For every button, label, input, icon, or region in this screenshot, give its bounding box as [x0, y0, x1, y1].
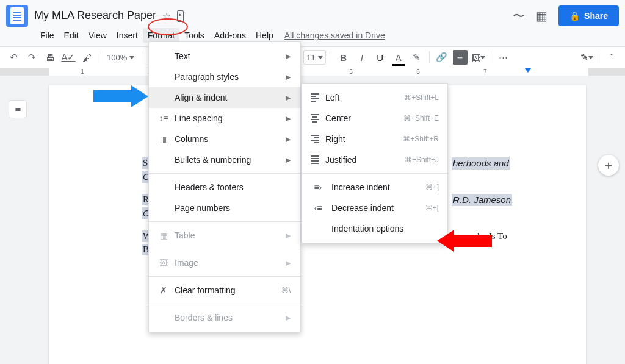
selected-text: R.D. Jameson — [452, 194, 512, 206]
menu-insert[interactable]: Insert — [112, 28, 143, 43]
explore-button[interactable]: ＋ — [598, 155, 619, 176]
columns-icon: ▥ — [156, 134, 171, 144]
format-clear-formatting[interactable]: ✗Clear formatting⌘\ — [149, 280, 300, 301]
format-headers-footers[interactable]: Headers & footers — [149, 177, 300, 198]
share-button[interactable]: 🔒 Share — [558, 5, 619, 26]
menu-tools[interactable]: Tools — [179, 28, 209, 43]
paint-format-icon[interactable]: 🖌 — [79, 50, 94, 65]
format-borders-lines: Borders & lines▶ — [149, 307, 300, 328]
selected-text: herhoods and — [452, 157, 510, 170]
align-center[interactable]: Center⌘+Shift+E — [302, 108, 447, 129]
format-align-indent[interactable]: Align & indent▶ — [149, 87, 300, 108]
format-line-spacing[interactable]: ↕≡Line spacing▶ — [149, 108, 300, 129]
hide-menus-icon[interactable]: ˆ — [604, 50, 619, 65]
more-tools-icon[interactable]: ⋯ — [496, 50, 511, 65]
clear-format-icon: ✗ — [156, 285, 171, 295]
annotation-red-arrow — [437, 230, 492, 252]
format-paragraph-styles[interactable]: Paragraph styles▶ — [149, 66, 300, 87]
zoom-select[interactable]: 100% — [104, 50, 137, 65]
chevron-down-icon — [318, 56, 323, 59]
ruler-tick: 1 — [49, 68, 116, 75]
move-to-icon[interactable]: ▸ — [177, 10, 184, 22]
format-image: 🖼Image▶ — [149, 252, 300, 273]
format-dropdown: Text▶ Paragraph styles▶ Align & indent▶ … — [148, 41, 301, 332]
docs-logo[interactable] — [6, 5, 28, 27]
decrease-indent-icon: ‹≡ — [311, 203, 325, 213]
table-icon: ▦ — [156, 230, 171, 240]
insert-image-icon[interactable]: 🖼 — [471, 50, 486, 65]
menu-format[interactable]: Format — [143, 28, 179, 43]
line-spacing-icon: ↕≡ — [156, 113, 171, 123]
align-justified[interactable]: Justified⌘+Shift+J — [302, 149, 447, 170]
chevron-down-icon — [588, 56, 593, 59]
format-columns[interactable]: ▥Columns▶ — [149, 129, 300, 149]
increase-indent-icon: ≡› — [311, 182, 325, 192]
bold-button[interactable]: B — [336, 50, 351, 65]
menu-addons[interactable]: Add-ons — [209, 28, 251, 43]
align-justify-icon — [311, 155, 319, 164]
format-table: ▦Table▶ — [149, 225, 300, 246]
underline-button[interactable]: U — [373, 50, 388, 65]
align-left-icon — [311, 93, 319, 102]
align-left[interactable]: Left⌘+Shift+L — [302, 87, 447, 108]
menu-view[interactable]: View — [84, 28, 112, 43]
lock-icon: 🔒 — [569, 11, 580, 21]
chevron-down-icon — [129, 56, 134, 59]
insert-link-icon[interactable]: 🔗 — [435, 50, 449, 65]
share-label: Share — [584, 11, 608, 21]
decrease-indent[interactable]: ‹≡ Decrease indent⌘+[ — [302, 198, 447, 218]
menu-file[interactable]: File — [35, 28, 59, 43]
image-icon: 🖼 — [156, 258, 171, 268]
editing-mode-icon[interactable]: ✎ — [579, 50, 594, 65]
text-color-button[interactable]: A — [391, 50, 406, 65]
font-size-input[interactable]: 11 — [303, 50, 325, 65]
spellcheck-icon[interactable]: A✓ — [61, 50, 76, 65]
annotation-blue-arrow — [93, 85, 148, 107]
align-right-icon — [311, 135, 319, 143]
chevron-down-icon — [480, 56, 485, 59]
format-text[interactable]: Text▶ — [149, 46, 300, 66]
italic-button[interactable]: I — [355, 50, 369, 65]
format-page-numbers[interactable]: Page numbers — [149, 198, 300, 218]
highlight-color-button[interactable]: ✎ — [410, 50, 424, 65]
undo-icon[interactable]: ↶ — [6, 50, 21, 65]
star-icon[interactable]: ☆ — [162, 10, 171, 22]
indentation-options[interactable]: Indentation options — [302, 218, 447, 239]
ruler-tick: 6 — [385, 68, 452, 75]
menu-edit[interactable]: Edit — [59, 28, 84, 43]
format-bullets-numbering[interactable]: Bullets & numbering▶ — [149, 149, 300, 170]
ruler-right-indent-marker[interactable] — [525, 68, 531, 73]
doc-title[interactable]: My MLA Research Paper — [34, 10, 156, 22]
align-center-icon — [311, 114, 319, 123]
comment-history-icon[interactable]: ▦ — [536, 9, 547, 23]
print-icon[interactable]: 🖶 — [43, 50, 57, 65]
save-status[interactable]: All changes saved in Drive — [284, 30, 385, 40]
menu-help[interactable]: Help — [251, 28, 278, 43]
align-right[interactable]: Right⌘+Shift+R — [302, 129, 447, 149]
ruler-tick: 5 — [317, 68, 385, 75]
show-outline-button[interactable]: ≣ — [9, 100, 27, 118]
insert-comment-icon[interactable]: ＋ — [453, 50, 468, 65]
trend-icon[interactable]: 〜 — [513, 8, 525, 24]
increase-indent[interactable]: ≡› Increase indent⌘+] — [302, 177, 447, 198]
redo-icon[interactable]: ↷ — [24, 50, 39, 65]
align-indent-submenu: Left⌘+Shift+L Center⌘+Shift+E Right⌘+Shi… — [302, 83, 448, 243]
ruler-tick: 7 — [452, 68, 519, 75]
